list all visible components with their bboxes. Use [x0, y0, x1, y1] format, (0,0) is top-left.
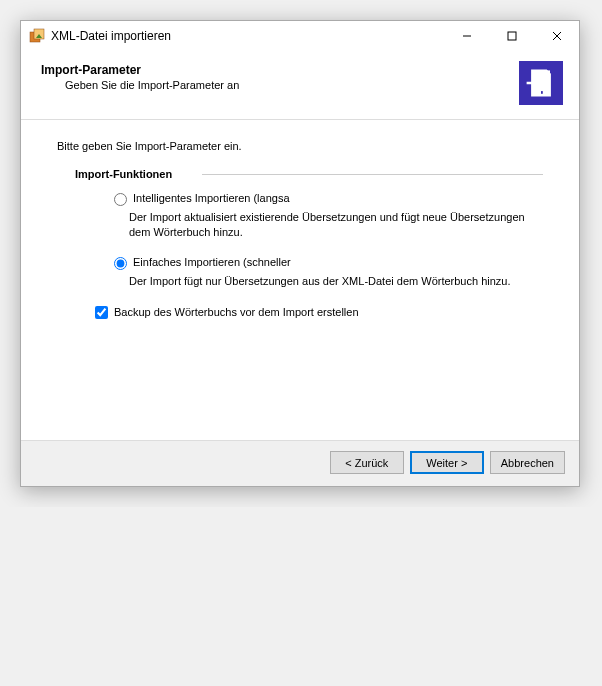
titlebar: XML-Datei importieren [21, 21, 579, 51]
svg-rect-8 [541, 91, 543, 94]
minimize-button[interactable] [444, 21, 489, 51]
simple-import-desc: Der Import fügt nur Übersetzungen aus de… [129, 274, 527, 289]
window-controls [444, 21, 579, 51]
dialog-window: XML-Datei importieren Import-Parameter G… [20, 20, 580, 487]
radio-intelligent-import[interactable]: Intelligentes Importieren (langsa [109, 190, 543, 206]
next-button[interactable]: Weiter > [410, 451, 484, 474]
cancel-button[interactable]: Abbrechen [490, 451, 565, 474]
import-icon [519, 61, 563, 105]
wizard-content: Bitte geben Sie Import-Parameter ein. Im… [21, 120, 579, 440]
checkbox-backup-label: Backup des Wörterbuchs vor dem Import er… [114, 306, 359, 318]
section-title: Import-Funktionen [75, 168, 543, 180]
radio-simple-input[interactable] [114, 257, 127, 270]
wizard-header: Import-Parameter Geben Sie die Import-Pa… [21, 51, 579, 120]
intro-text: Bitte geben Sie Import-Parameter ein. [57, 140, 543, 152]
radio-simple-import[interactable]: Einfaches Importieren (schneller [109, 254, 543, 270]
window-title: XML-Datei importieren [51, 29, 444, 43]
intelligent-import-desc: Der Import aktualisiert existierende Übe… [129, 210, 527, 240]
checkbox-backup[interactable]: Backup des Wörterbuchs vor dem Import er… [91, 303, 543, 322]
maximize-button[interactable] [489, 21, 534, 51]
svg-rect-3 [508, 32, 516, 40]
back-button[interactable]: < Zurück [330, 451, 404, 474]
section-title-label: Import-Funktionen [75, 168, 172, 180]
page-title: Import-Parameter [41, 63, 519, 77]
radio-intelligent-label: Intelligentes Importieren (langsa [133, 192, 290, 204]
app-icon [29, 28, 45, 44]
checkbox-backup-input[interactable] [95, 306, 108, 319]
radio-simple-label: Einfaches Importieren (schneller [133, 256, 291, 268]
wizard-footer: < Zurück Weiter > Abbrechen [21, 440, 579, 486]
page-subtitle: Geben Sie die Import-Parameter an [65, 79, 519, 91]
radio-intelligent-input[interactable] [114, 193, 127, 206]
close-button[interactable] [534, 21, 579, 51]
wizard-header-text: Import-Parameter Geben Sie die Import-Pa… [41, 61, 519, 91]
